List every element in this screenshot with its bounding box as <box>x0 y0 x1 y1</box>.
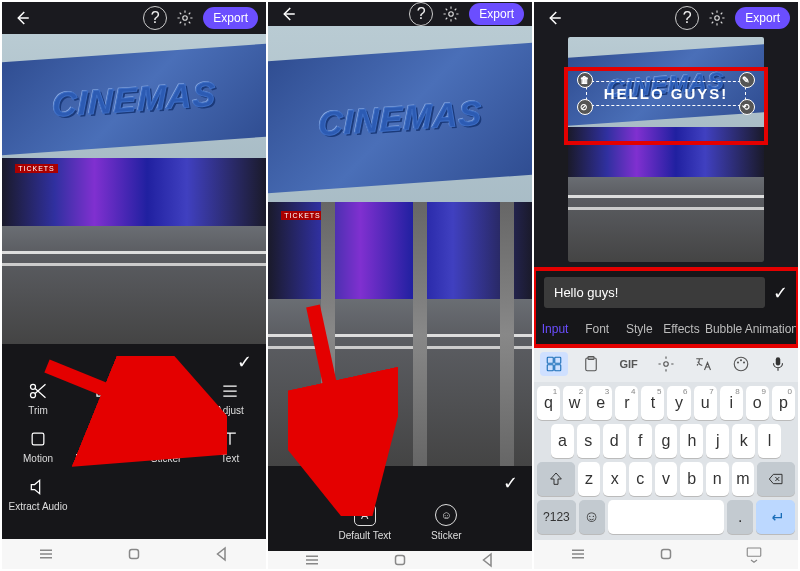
help-icon[interactable]: ? <box>409 2 433 26</box>
key-o[interactable]: o9 <box>746 386 769 420</box>
key-g[interactable]: g <box>655 424 678 458</box>
back-icon[interactable] <box>542 6 566 30</box>
gear-icon[interactable] <box>173 6 197 30</box>
numeric-key[interactable]: ?123 <box>537 500 576 534</box>
svg-point-10 <box>715 15 720 20</box>
theme-strip-icon[interactable] <box>727 352 755 376</box>
key-k[interactable]: k <box>732 424 755 458</box>
svg-rect-9 <box>396 556 405 565</box>
svg-rect-24 <box>747 548 761 556</box>
top-bar: ? Export <box>268 2 532 26</box>
tool-extract-audio[interactable]: Extract Audio <box>6 476 70 512</box>
backspace-key[interactable] <box>757 462 795 496</box>
key-v[interactable]: v <box>655 462 678 496</box>
period-key[interactable]: . <box>727 500 753 534</box>
confirm-icon[interactable]: ✓ <box>237 351 252 373</box>
help-icon[interactable]: ? <box>143 6 167 30</box>
key-t[interactable]: t5 <box>641 386 664 420</box>
clipboard-strip-icon[interactable] <box>577 352 605 376</box>
tool-background[interactable]: Background <box>70 428 134 464</box>
key-m[interactable]: m <box>732 462 755 496</box>
space-key[interactable] <box>608 500 725 534</box>
key-q[interactable]: q1 <box>537 386 560 420</box>
key-x[interactable]: x <box>603 462 626 496</box>
key-h[interactable]: h <box>680 424 703 458</box>
panel-text-menu: ? Export CINEMAS TICKETS ✓ A Default Tex… <box>268 2 532 569</box>
export-button[interactable]: Export <box>469 3 524 25</box>
key-d[interactable]: d <box>603 424 626 458</box>
scissors-icon <box>27 380 49 402</box>
panel-tools: ? Export CINEMAS TICKETS All ✓ Trim Filt… <box>2 2 266 569</box>
video-preview[interactable]: CINEMAS TICKETS <box>268 26 532 466</box>
tool-panel-title: All <box>126 354 142 370</box>
back-icon[interactable] <box>10 6 34 30</box>
tool-adjust[interactable]: Adjust <box>198 380 262 416</box>
keyboard-hide-icon[interactable] <box>745 545 763 563</box>
back-nav-icon[interactable] <box>213 545 231 563</box>
gear-icon[interactable] <box>705 6 729 30</box>
key-a[interactable]: a <box>551 424 574 458</box>
key-j[interactable]: j <box>706 424 729 458</box>
mic-strip-icon[interactable] <box>764 352 792 376</box>
svg-rect-3 <box>32 433 44 445</box>
back-nav-icon[interactable] <box>479 551 497 569</box>
help-icon[interactable]: ? <box>675 6 699 30</box>
text-icon <box>219 428 241 450</box>
home-icon[interactable] <box>125 545 143 563</box>
key-c[interactable]: c <box>629 462 652 496</box>
emoji-key[interactable]: ☺ <box>579 500 605 534</box>
svg-rect-14 <box>555 365 561 371</box>
sticker-icon <box>155 428 177 450</box>
key-l[interactable]: l <box>758 424 781 458</box>
sticker-button[interactable]: ☺ Sticker <box>431 504 462 541</box>
top-bar: ? Export <box>2 2 266 34</box>
sticker-strip-icon[interactable] <box>540 352 568 376</box>
crop-icon <box>91 380 113 402</box>
key-y[interactable]: y6 <box>667 386 690 420</box>
tool-text[interactable]: Text <box>198 428 262 464</box>
tool-crop[interactable] <box>70 380 134 416</box>
key-r[interactable]: r4 <box>615 386 638 420</box>
confirm-icon[interactable]: ✓ <box>268 466 532 500</box>
key-b[interactable]: b <box>680 462 703 496</box>
tool-filters[interactable]: Filters <box>134 380 198 416</box>
video-preview[interactable]: CINEMAS TICKETS <box>2 34 266 344</box>
back-icon[interactable] <box>276 2 300 26</box>
scene-title: CINEMAS <box>52 74 216 124</box>
home-icon[interactable] <box>391 551 409 569</box>
shift-key[interactable] <box>537 462 575 496</box>
top-bar: ? Export <box>534 2 798 33</box>
svg-point-21 <box>743 361 745 363</box>
export-button[interactable]: Export <box>203 7 258 29</box>
export-button[interactable]: Export <box>735 7 790 29</box>
gear-icon[interactable] <box>439 2 463 26</box>
keyboard-toolbar: GIF <box>534 346 798 381</box>
svg-rect-23 <box>662 550 671 559</box>
home-icon[interactable] <box>657 545 675 563</box>
key-f[interactable]: f <box>629 424 652 458</box>
translate-strip-icon[interactable] <box>689 352 717 376</box>
tool-sticker[interactable]: Sticker <box>134 428 198 464</box>
key-z[interactable]: z <box>578 462 601 496</box>
key-w[interactable]: w2 <box>563 386 586 420</box>
svg-point-7 <box>449 12 454 17</box>
svg-rect-12 <box>555 357 561 363</box>
recent-icon[interactable] <box>37 545 55 563</box>
default-text-button[interactable]: A Default Text <box>338 504 391 541</box>
tool-motion[interactable]: Motion <box>6 428 70 464</box>
sparkle-icon <box>155 380 177 402</box>
settings-strip-icon[interactable] <box>652 352 680 376</box>
key-u[interactable]: u7 <box>694 386 717 420</box>
key-i[interactable]: i8 <box>720 386 743 420</box>
svg-rect-22 <box>776 357 781 365</box>
recent-icon[interactable] <box>303 551 321 569</box>
key-p[interactable]: p0 <box>772 386 795 420</box>
enter-key[interactable] <box>756 500 795 534</box>
gif-strip-icon[interactable]: GIF <box>615 352 643 376</box>
tool-trim[interactable]: Trim <box>6 380 70 416</box>
motion-icon <box>27 428 49 450</box>
key-s[interactable]: s <box>577 424 600 458</box>
key-e[interactable]: e3 <box>589 386 612 420</box>
key-n[interactable]: n <box>706 462 729 496</box>
recent-icon[interactable] <box>569 545 587 563</box>
